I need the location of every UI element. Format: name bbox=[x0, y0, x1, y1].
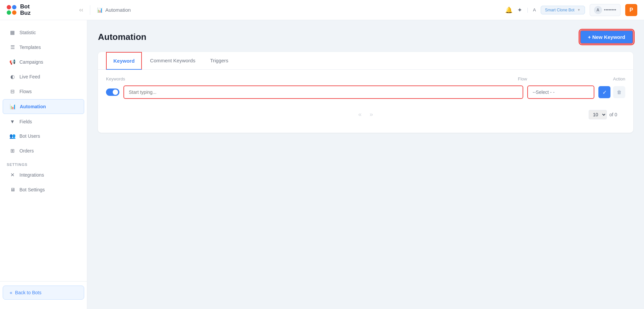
pagination-area: « » 10 25 50 of 0 bbox=[106, 103, 625, 126]
integrations-icon: ✕ bbox=[9, 172, 15, 178]
sidebar-label-campaigns: Campaigns bbox=[19, 59, 43, 65]
statistic-icon: ▦ bbox=[9, 29, 15, 36]
header-right: 🔔 ✦ | A Smart Clone Bot ▼ A •••••••• P bbox=[505, 4, 637, 16]
keyword-input[interactable] bbox=[123, 85, 523, 99]
sidebar-label-flows: Flows bbox=[19, 89, 32, 94]
confirm-btn[interactable]: ✓ bbox=[598, 86, 610, 98]
keyword-row: --Select - - ✓ 🗑 bbox=[106, 85, 625, 99]
admin-label: A bbox=[533, 7, 536, 12]
sidebar-item-fields[interactable]: ▼ Fields bbox=[3, 115, 84, 128]
bot-settings-icon: 🖥 bbox=[9, 187, 15, 192]
tabs-header: Keyword Comment Keywords Triggers bbox=[98, 52, 633, 70]
sidebar-label-fields: Fields bbox=[19, 119, 32, 124]
of-label: of 0 bbox=[609, 112, 617, 117]
back-to-bots-btn[interactable]: « Back to Bots bbox=[3, 286, 84, 300]
col-header-flow: Flow bbox=[518, 76, 592, 81]
action-buttons: ✓ 🗑 bbox=[598, 86, 625, 98]
next-page-btn[interactable]: » bbox=[367, 110, 376, 119]
delete-btn[interactable]: 🗑 bbox=[613, 86, 625, 98]
sidebar-label-bot-settings: Bot Settings bbox=[19, 187, 45, 192]
bot-selector[interactable]: Smart Clone Bot ▼ bbox=[541, 6, 585, 14]
sidebar-label-automation: Automation bbox=[20, 104, 46, 109]
live-feed-icon: ◐ bbox=[9, 74, 15, 80]
sidebar-item-integrations[interactable]: ✕ Integrations bbox=[3, 168, 84, 182]
bot-name: Smart Clone Bot bbox=[545, 8, 575, 12]
main-content: Automation + New Keyword Keyword Comment… bbox=[87, 20, 644, 309]
sidebar-label-integrations: Integrations bbox=[19, 172, 44, 178]
logo-circles bbox=[7, 5, 17, 15]
sidebar-label-statistic: Statistic bbox=[19, 30, 36, 35]
sidebar-label-orders: Orders bbox=[19, 148, 34, 153]
orders-icon: ⊞ bbox=[9, 148, 15, 154]
prev-page-btn[interactable]: « bbox=[356, 110, 364, 119]
network-btn[interactable]: ✦ bbox=[517, 6, 522, 14]
col-header-action: Action bbox=[592, 76, 625, 81]
table-area: Keywords Flow Action --Select - - ✓ 🗑 bbox=[98, 70, 633, 133]
sidebar-item-orders[interactable]: ⊞ Orders bbox=[3, 144, 84, 158]
col-header-keywords: Keywords bbox=[106, 76, 518, 81]
sidebar-label-live-feed: Live Feed bbox=[19, 74, 40, 79]
account-name: •••••••• bbox=[604, 7, 616, 12]
logo-circle-green bbox=[7, 10, 11, 15]
back-to-bots-label: Back to Bots bbox=[15, 290, 42, 295]
user-avatar[interactable]: P bbox=[625, 4, 637, 16]
tabs-container: Keyword Comment Keywords Triggers Keywor… bbox=[98, 52, 633, 133]
back-icon: « bbox=[10, 290, 12, 295]
main-layout: ▦ Statistic ☰ Templates 📢 Campaigns ◐ Li… bbox=[0, 20, 644, 309]
header-breadcrumb: 📊 Automation bbox=[97, 7, 131, 13]
account-avatar: A bbox=[594, 6, 602, 14]
sidebar-item-bot-users[interactable]: 👥 Bot Users bbox=[3, 129, 84, 143]
settings-section-label: SETTINGS bbox=[0, 159, 87, 168]
tab-keyword[interactable]: Keyword bbox=[106, 52, 142, 70]
logo-text: BotBuz bbox=[20, 4, 31, 16]
notification-btn[interactable]: 🔔 bbox=[505, 6, 513, 14]
sidebar-item-statistic[interactable]: ▦ Statistic bbox=[3, 25, 84, 40]
per-page-select[interactable]: 10 25 50 bbox=[589, 110, 607, 119]
sidebar-label-bot-users: Bot Users bbox=[19, 133, 40, 139]
logo-circle-blue bbox=[12, 5, 16, 9]
tab-comment-keywords[interactable]: Comment Keywords bbox=[143, 52, 202, 69]
sidebar-label-templates: Templates bbox=[19, 45, 41, 50]
automation-icon: 📊 bbox=[10, 104, 16, 110]
pagination-btns: « » bbox=[356, 110, 376, 119]
logo: BotBuz bbox=[7, 4, 74, 16]
pagination-right: 10 25 50 of 0 bbox=[589, 110, 617, 119]
bot-users-icon: 👥 bbox=[9, 133, 15, 139]
collapse-sidebar-btn[interactable]: ‹‹ bbox=[79, 6, 83, 13]
sidebar-nav: ▦ Statistic ☰ Templates 📢 Campaigns ◐ Li… bbox=[0, 25, 87, 279]
logo-circle-red bbox=[7, 5, 11, 9]
sidebar-item-templates[interactable]: ☰ Templates bbox=[3, 40, 84, 54]
sidebar-item-automation[interactable]: 📊 Automation bbox=[3, 99, 84, 114]
keyword-toggle[interactable] bbox=[106, 88, 119, 96]
templates-icon: ☰ bbox=[9, 44, 15, 50]
flows-icon: ⊟ bbox=[9, 88, 15, 95]
page-title: Automation bbox=[98, 32, 146, 42]
new-keyword-btn[interactable]: + New Keyword bbox=[580, 30, 633, 44]
tab-triggers[interactable]: Triggers bbox=[203, 52, 235, 69]
sidebar-item-campaigns[interactable]: 📢 Campaigns bbox=[3, 55, 84, 69]
sidebar-item-live-feed[interactable]: ◐ Live Feed bbox=[3, 70, 84, 84]
sidebar: ▦ Statistic ☰ Templates 📢 Campaigns ◐ Li… bbox=[0, 20, 87, 309]
account-btn[interactable]: A •••••••• bbox=[590, 4, 621, 16]
sidebar-footer: « Back to Bots bbox=[0, 281, 87, 304]
fields-icon: ▼ bbox=[9, 119, 15, 124]
sidebar-item-flows[interactable]: ⊟ Flows bbox=[3, 84, 84, 99]
header-left: BotBuz ‹‹ 📊 Automation bbox=[7, 4, 131, 16]
campaigns-icon: 📢 bbox=[9, 59, 15, 65]
logo-circle-orange bbox=[12, 10, 16, 15]
table-header: Keywords Flow Action bbox=[106, 76, 625, 81]
top-header: BotBuz ‹‹ 📊 Automation 🔔 ✦ | A Smart Clo… bbox=[0, 0, 644, 20]
sidebar-item-bot-settings[interactable]: 🖥 Bot Settings bbox=[3, 183, 84, 196]
header-page-title: Automation bbox=[105, 7, 131, 13]
page-header: Automation + New Keyword bbox=[98, 30, 633, 44]
flow-select[interactable]: --Select - - bbox=[527, 85, 594, 99]
